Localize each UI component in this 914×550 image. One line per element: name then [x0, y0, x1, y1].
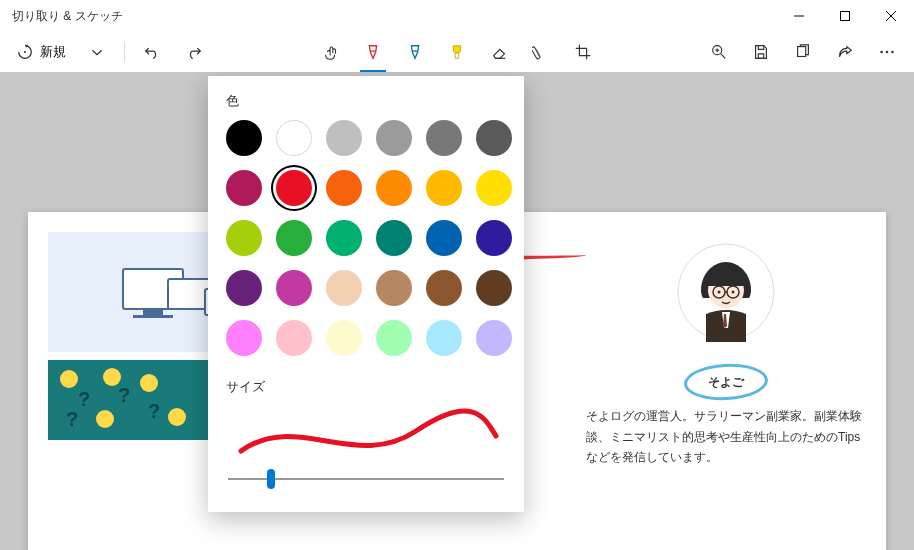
titlebar: 切り取り & スケッチ: [0, 0, 914, 32]
ruler-button[interactable]: [522, 33, 560, 71]
color-swatch[interactable]: [226, 170, 262, 206]
profile-bio: そよログの運営人。サラリーマン副業家。副業体験談、ミニマリスト的思考や生産性向上…: [586, 406, 866, 467]
svg-point-6: [886, 51, 889, 54]
color-swatch[interactable]: [376, 170, 412, 206]
color-swatch[interactable]: [376, 120, 412, 156]
size-preview: [226, 406, 506, 466]
close-button[interactable]: [868, 0, 914, 32]
profile-name: そよご: [694, 368, 758, 396]
color-swatches: [226, 120, 506, 360]
redo-button[interactable]: [175, 33, 213, 71]
color-swatch[interactable]: [476, 220, 512, 256]
svg-rect-11: [143, 309, 163, 315]
svg-point-1: [24, 51, 26, 53]
color-swatch[interactable]: [226, 120, 262, 156]
color-swatch[interactable]: [376, 270, 412, 306]
svg-rect-12: [133, 315, 173, 318]
color-swatch[interactable]: [476, 270, 512, 306]
share-button[interactable]: [826, 33, 864, 71]
color-swatch[interactable]: [326, 270, 362, 306]
touch-writing-button[interactable]: [312, 33, 350, 71]
crop-button[interactable]: [564, 33, 602, 71]
window-controls: [776, 0, 914, 32]
toolbar: 新規: [0, 32, 914, 72]
avatar: [666, 232, 786, 352]
canvas-area[interactable]: ? ? ? ? グどっち？ おすすめをおしえ 線】ノートPCの のためのネタ: [0, 72, 914, 550]
separator: [124, 42, 125, 62]
undo-button[interactable]: [133, 33, 171, 71]
color-swatch[interactable]: [276, 120, 312, 156]
color-label: 色: [226, 92, 506, 110]
svg-point-7: [891, 51, 894, 54]
ballpoint-pen-button[interactable]: [354, 33, 392, 71]
color-swatch[interactable]: [226, 270, 262, 306]
color-swatch[interactable]: [426, 270, 462, 306]
svg-rect-4: [798, 47, 806, 57]
color-swatch[interactable]: [426, 220, 462, 256]
color-swatch[interactable]: [376, 220, 412, 256]
svg-point-18: [732, 291, 735, 294]
highlighter-button[interactable]: [438, 33, 476, 71]
new-snip-button[interactable]: 新規: [8, 33, 74, 71]
color-swatch[interactable]: [476, 170, 512, 206]
pencil-button[interactable]: [396, 33, 434, 71]
minimize-button[interactable]: [776, 0, 822, 32]
size-label: サイズ: [226, 378, 506, 396]
color-swatch[interactable]: [276, 170, 312, 206]
save-button[interactable]: [742, 33, 780, 71]
eraser-button[interactable]: [480, 33, 518, 71]
zoom-button[interactable]: [700, 33, 738, 71]
color-swatch[interactable]: [276, 320, 312, 356]
color-swatch[interactable]: [476, 320, 512, 356]
color-swatch[interactable]: [276, 220, 312, 256]
pen-settings-popover: 色 サイズ: [208, 76, 524, 512]
color-swatch[interactable]: [226, 320, 262, 356]
color-swatch[interactable]: [376, 320, 412, 356]
size-slider[interactable]: [228, 478, 504, 480]
color-swatch[interactable]: [326, 220, 362, 256]
svg-rect-0: [841, 12, 850, 21]
maximize-button[interactable]: [822, 0, 868, 32]
color-swatch[interactable]: [426, 320, 462, 356]
color-swatch[interactable]: [476, 120, 512, 156]
svg-point-17: [718, 291, 721, 294]
more-button[interactable]: [868, 33, 906, 71]
svg-point-5: [880, 51, 883, 54]
profile-card: そよご そよログの運営人。サラリーマン副業家。副業体験談、ミニマリスト的思考や生…: [586, 232, 866, 550]
color-swatch[interactable]: [226, 220, 262, 256]
color-swatch[interactable]: [426, 170, 462, 206]
color-swatch[interactable]: [326, 320, 362, 356]
copy-button[interactable]: [784, 33, 822, 71]
color-swatch[interactable]: [276, 270, 312, 306]
slider-thumb[interactable]: [267, 469, 275, 489]
new-snip-dropdown[interactable]: [78, 33, 116, 71]
color-swatch[interactable]: [326, 170, 362, 206]
color-swatch[interactable]: [326, 120, 362, 156]
window-title: 切り取り & スケッチ: [12, 8, 776, 25]
new-snip-label: 新規: [40, 43, 66, 61]
color-swatch[interactable]: [426, 120, 462, 156]
